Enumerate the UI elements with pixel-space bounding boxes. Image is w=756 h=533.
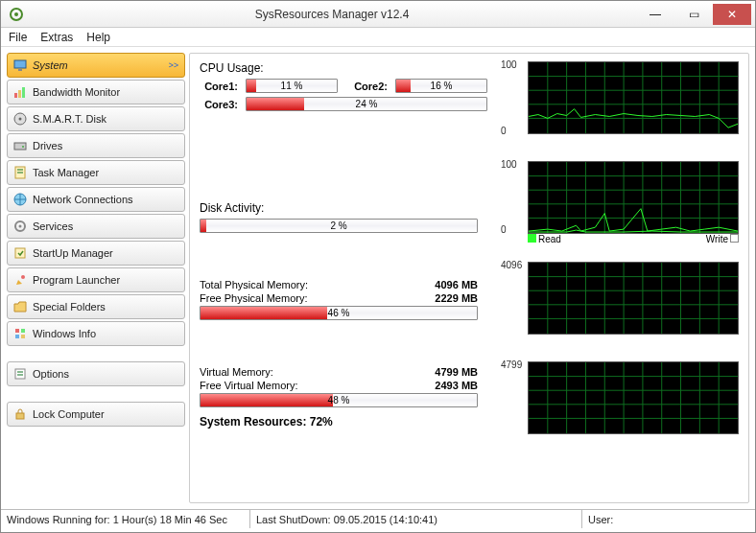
windows-icon bbox=[13, 327, 27, 340]
core2-label: Core2: bbox=[349, 81, 388, 92]
startup-icon bbox=[13, 246, 27, 260]
disk-graph-ymin: 0 bbox=[501, 224, 507, 235]
sidebar-item-label: Drives bbox=[33, 140, 62, 151]
svg-rect-17 bbox=[15, 248, 25, 258]
sidebar-item-label: Services bbox=[33, 220, 73, 232]
legend-write: Write bbox=[706, 234, 728, 244]
disk-icon bbox=[13, 112, 27, 126]
physmem-graph-ymax: 4096 bbox=[501, 260, 522, 270]
cpu-graph-ymin: 0 bbox=[501, 126, 507, 136]
write-color-icon bbox=[730, 234, 739, 243]
svg-rect-22 bbox=[21, 335, 25, 338]
cpu-title: CPU Usage: bbox=[200, 61, 487, 75]
physmem-free-label: Free Physical Memory: bbox=[200, 292, 307, 304]
sidebar-item-options[interactable]: Options bbox=[7, 361, 185, 386]
options-icon bbox=[13, 367, 27, 381]
virtmem-total-label: Virtual Memory: bbox=[200, 366, 273, 378]
close-button[interactable]: ✕ bbox=[713, 4, 751, 25]
sidebar-item-label: StartUp Manager bbox=[33, 247, 113, 259]
svg-rect-21 bbox=[15, 335, 19, 338]
sidebar-item-label: Special Folders bbox=[33, 301, 106, 313]
disk-graph-ymax: 100 bbox=[501, 159, 517, 170]
sidebar-item-smart[interactable]: S.M.A.R.T. Disk bbox=[7, 106, 185, 131]
chevron-right-icon: >> bbox=[168, 60, 178, 70]
sidebar-item-label: Lock Computer bbox=[33, 408, 105, 420]
bandwidth-icon bbox=[13, 85, 27, 99]
svg-point-10 bbox=[22, 146, 24, 148]
folder-icon bbox=[13, 300, 27, 313]
svg-rect-19 bbox=[15, 329, 19, 333]
sidebar-item-folders[interactable]: Special Folders bbox=[7, 294, 185, 319]
main-panel: CPU Usage: Core1: 11 % Core2: 16 % Core3… bbox=[189, 53, 749, 503]
sidebar-item-startup[interactable]: StartUp Manager bbox=[7, 241, 185, 266]
read-color-icon bbox=[528, 234, 536, 243]
svg-rect-5 bbox=[18, 90, 21, 98]
window-title: SysResources Manager v12.4 bbox=[28, 8, 636, 21]
sidebar-item-launcher[interactable]: Program Launcher bbox=[7, 267, 185, 292]
sidebar-item-label: Task Manager bbox=[33, 167, 99, 178]
task-icon bbox=[13, 166, 27, 179]
sidebar-item-system[interactable]: System >> bbox=[7, 53, 185, 78]
core1-bar: 11 % bbox=[246, 79, 338, 93]
menu-extras[interactable]: Extras bbox=[40, 31, 73, 44]
sidebar-item-label: Network Connections bbox=[33, 194, 133, 205]
menu-file[interactable]: File bbox=[9, 31, 27, 44]
sidebar-item-task-manager[interactable]: Task Manager bbox=[7, 160, 185, 185]
sidebar-item-network[interactable]: Network Connections bbox=[7, 187, 185, 212]
svg-rect-2 bbox=[14, 60, 26, 68]
cpu-graph-ymax: 100 bbox=[501, 59, 517, 70]
svg-rect-3 bbox=[18, 69, 22, 71]
legend-read: Read bbox=[538, 234, 561, 244]
svg-rect-9 bbox=[14, 143, 26, 150]
disk-bar: 2 % bbox=[200, 219, 478, 233]
svg-rect-20 bbox=[21, 329, 25, 333]
svg-point-8 bbox=[19, 118, 22, 121]
drive-icon bbox=[13, 139, 27, 152]
core3-label: Core3: bbox=[200, 99, 238, 110]
svg-point-16 bbox=[19, 225, 22, 228]
sidebar: System >> Bandwidth Monitor S.M.A.R.T. D… bbox=[7, 53, 185, 503]
status-user: User: bbox=[582, 510, 755, 528]
core1-label: Core1: bbox=[200, 81, 238, 92]
summary-label: System Resources: 72% bbox=[200, 415, 487, 429]
core2-bar: 16 % bbox=[395, 79, 487, 93]
svg-rect-23 bbox=[15, 369, 25, 379]
app-icon bbox=[9, 7, 24, 22]
svg-point-18 bbox=[21, 275, 25, 279]
status-shutdown: Last ShutDown: 09.05.2015 (14:10:41) bbox=[250, 510, 582, 528]
gear-icon bbox=[13, 220, 27, 233]
physmem-graph bbox=[528, 262, 739, 335]
physmem-free-value: 2229 MB bbox=[435, 292, 478, 304]
sidebar-item-label: Program Launcher bbox=[33, 274, 120, 286]
core3-bar: 24 % bbox=[246, 97, 487, 111]
maximize-button[interactable]: ▭ bbox=[674, 4, 713, 25]
monitor-icon bbox=[13, 58, 27, 72]
svg-point-1 bbox=[14, 12, 18, 16]
svg-rect-26 bbox=[16, 413, 24, 419]
menu-help[interactable]: Help bbox=[86, 31, 110, 44]
sidebar-item-bandwidth[interactable]: Bandwidth Monitor bbox=[7, 80, 185, 104]
virtmem-total-value: 4799 MB bbox=[435, 366, 478, 378]
sidebar-item-label: Bandwidth Monitor bbox=[33, 86, 120, 98]
physmem-bar: 46 % bbox=[200, 306, 478, 320]
menubar: File Extras Help bbox=[1, 28, 755, 47]
cpu-graph bbox=[528, 61, 739, 134]
sidebar-item-windows-info[interactable]: Windows Info bbox=[7, 321, 185, 346]
sidebar-item-label: System bbox=[33, 59, 68, 71]
minimize-button[interactable]: — bbox=[636, 4, 674, 25]
sidebar-item-label: S.M.A.R.T. Disk bbox=[33, 113, 106, 125]
virtmem-bar: 48 % bbox=[200, 393, 478, 407]
sidebar-item-drives[interactable]: Drives bbox=[7, 133, 185, 158]
virtmem-graph bbox=[528, 361, 739, 434]
virtmem-graph-ymax: 4799 bbox=[501, 359, 522, 370]
network-icon bbox=[13, 193, 27, 206]
sidebar-item-services[interactable]: Services bbox=[7, 214, 185, 239]
sidebar-item-lock[interactable]: Lock Computer bbox=[7, 402, 185, 427]
titlebar: SysResources Manager v12.4 — ▭ ✕ bbox=[1, 1, 755, 28]
lock-icon bbox=[13, 407, 27, 421]
virtmem-free-value: 2493 MB bbox=[435, 380, 478, 391]
virtmem-free-label: Free Virtual Memory: bbox=[200, 380, 298, 391]
launcher-icon bbox=[13, 273, 27, 287]
svg-rect-6 bbox=[22, 87, 25, 98]
physmem-total-label: Total Physical Memory: bbox=[200, 279, 308, 290]
